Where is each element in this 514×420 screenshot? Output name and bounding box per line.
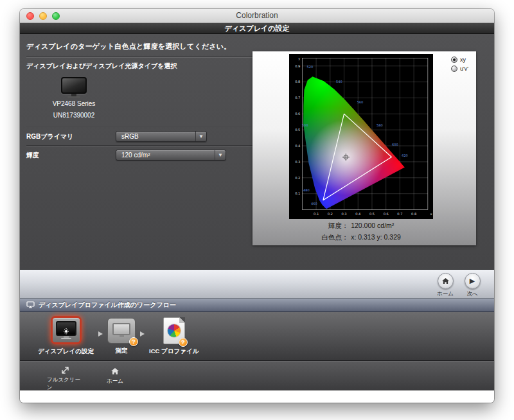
diagram-mode-radios: xy u'v' — [451, 57, 468, 74]
settings-pane: ディスプレイのターゲット白色点と輝度を選択してください。 ディスプレイおよびディ… — [20, 34, 253, 269]
svg-text:0.4: 0.4 — [355, 212, 360, 216]
pending-badge: ? — [129, 337, 138, 346]
radio-xy-circle — [451, 57, 457, 63]
svg-text:0.3: 0.3 — [295, 160, 300, 164]
svg-text:y: y — [298, 57, 300, 61]
rgb-primary-label: RGBプライマリ — [26, 132, 116, 141]
icc-profile-step-icon[interactable]: ? — [163, 317, 185, 344]
step-label-measurement: 測定 — [116, 347, 128, 355]
divider — [26, 126, 253, 127]
rgb-primary-select[interactable]: sRGB ▼ — [116, 131, 207, 142]
minimize-button[interactable] — [39, 12, 47, 20]
workflow-step-measurement: ? 測定 — [107, 316, 136, 355]
display-serial: UN817390002 — [26, 110, 121, 121]
window-footer — [20, 390, 494, 403]
fullscreen-icon — [60, 365, 70, 375]
step-arrow-icon — [140, 331, 145, 337]
toolbar-home-button[interactable]: ホーム — [97, 365, 133, 390]
source-type-label: ディスプレイおよびディスプレイ光源タイプを選択 — [26, 62, 253, 71]
divider — [26, 145, 253, 146]
display-settings-step-icon[interactable] — [51, 316, 82, 344]
chromaticity-panel: xy u'v' — [253, 51, 476, 245]
svg-text:600: 600 — [392, 143, 398, 146]
home-icon — [111, 365, 120, 376]
svg-text:0.7: 0.7 — [295, 96, 300, 100]
display-device[interactable]: VP2468 Series UN817390002 — [26, 77, 121, 121]
luminance-value: 120 cd/m² — [121, 152, 150, 159]
svg-text:0.1: 0.1 — [295, 192, 300, 196]
step-label-display-settings: ディスプレイの設定 — [38, 347, 94, 356]
svg-text:620: 620 — [402, 153, 408, 157]
measurement-step-icon[interactable]: ? — [107, 318, 136, 344]
svg-text:0.3: 0.3 — [341, 212, 346, 216]
luminance-readout-value: 120.000 cd/m² — [351, 222, 394, 229]
svg-text:0.6: 0.6 — [384, 212, 389, 216]
app-window: Colorbration ディスプレイの設定 ディスプレイのターゲット白色点と輝… — [20, 9, 494, 403]
close-button[interactable] — [26, 12, 34, 20]
radio-xy-label: xy — [460, 57, 466, 63]
step-arrow-icon — [98, 331, 103, 337]
svg-text:0.8: 0.8 — [295, 80, 300, 83]
fullscreen-label: フルスクリーン — [47, 376, 83, 392]
luminance-readout-label: 輝度： — [328, 222, 349, 229]
next-button-label: 次へ — [458, 290, 486, 298]
rgb-primary-row: RGBプライマリ sRGB ▼ — [26, 131, 253, 142]
radio-uv[interactable]: u'v' — [451, 66, 468, 72]
svg-text:560: 560 — [357, 100, 364, 104]
svg-text:0.7: 0.7 — [397, 212, 402, 216]
home-icon — [438, 273, 454, 289]
traffic-lights — [26, 12, 60, 20]
main-content: ディスプレイのターゲット白色点と輝度を選択してください。 ディスプレイおよびディ… — [20, 34, 494, 270]
step-header: ディスプレイの設定 — [20, 23, 494, 34]
luminance-label: 輝度 — [26, 151, 116, 160]
svg-text:480: 480 — [303, 188, 310, 192]
workflow-steps: ディスプレイの設定 ? 測定 ? ICC プロファイル — [20, 312, 494, 361]
svg-text:x: x — [430, 212, 432, 216]
svg-text:500: 500 — [302, 123, 308, 127]
home-button-label: ホーム — [431, 290, 459, 298]
pending-badge: ? — [179, 338, 188, 347]
instruction-text: ディスプレイのターゲット白色点と輝度を選択してください。 — [26, 42, 253, 51]
svg-text:0.5: 0.5 — [369, 212, 375, 216]
home-button[interactable]: ホーム — [431, 273, 459, 298]
display-name: VP2468 Series — [26, 99, 121, 109]
page-fold — [179, 317, 185, 323]
monitor-glyph — [56, 321, 76, 336]
luminance-select[interactable]: 120 cd/m² ▼ — [116, 150, 226, 161]
luminance-row: 輝度 120 cd/m² ▼ — [26, 150, 253, 161]
svg-text:0.1: 0.1 — [314, 212, 319, 216]
svg-text:0.9: 0.9 — [295, 64, 300, 68]
zoom-button[interactable] — [52, 12, 60, 20]
luminance-beam-icon — [62, 328, 70, 335]
radio-uv-circle — [451, 66, 457, 72]
workflow-step-icc-profile: ? ICC プロファイル — [149, 316, 199, 356]
workflow-step-display-settings: ディスプレイの設定 — [38, 316, 94, 356]
white-point-readout: 白色点：x: 0.313 y: 0.329 — [289, 233, 433, 242]
window-title: Colorbration — [20, 9, 494, 22]
svg-text:0.6: 0.6 — [295, 112, 300, 116]
svg-text:520: 520 — [306, 65, 313, 69]
next-button[interactable]: ▶ 次へ — [458, 273, 486, 298]
chevron-down-icon: ▼ — [215, 150, 226, 160]
white-point-readout-value: x: 0.313 y: 0.329 — [351, 233, 401, 241]
workflow-title: ディスプレイプロファイル作成のワークフロー — [39, 301, 176, 310]
chevron-down-icon: ▼ — [195, 132, 206, 141]
fullscreen-button[interactable]: フルスクリーン — [47, 365, 83, 390]
step-header-title: ディスプレイの設定 — [225, 24, 290, 32]
monitor-icon — [26, 77, 121, 98]
rgb-primary-value: sRGB — [121, 133, 139, 140]
bottom-toolbar: フルスクリーン ホーム — [20, 361, 494, 390]
color-pinwheel-icon — [167, 324, 181, 338]
luminance-readout: 輝度：120.000 cd/m² — [289, 222, 433, 231]
step-label-icc-profile: ICC プロファイル — [149, 347, 199, 356]
toolbar-home-label: ホーム — [107, 378, 123, 385]
chart-column: 0.10.20.30.40.50.60.70.80.10.20.30.40.50… — [289, 54, 433, 242]
navigation-bar: ホーム ▶ 次へ — [20, 270, 494, 299]
cie-chromaticity-diagram: 0.10.20.30.40.50.60.70.80.10.20.30.40.50… — [289, 54, 433, 219]
svg-text:580: 580 — [377, 123, 383, 127]
divider — [26, 57, 253, 58]
monitor-glyph — [112, 323, 130, 335]
svg-text:0.8: 0.8 — [411, 212, 416, 216]
next-icon: ▶ — [465, 273, 481, 289]
radio-xy[interactable]: xy — [451, 57, 468, 63]
